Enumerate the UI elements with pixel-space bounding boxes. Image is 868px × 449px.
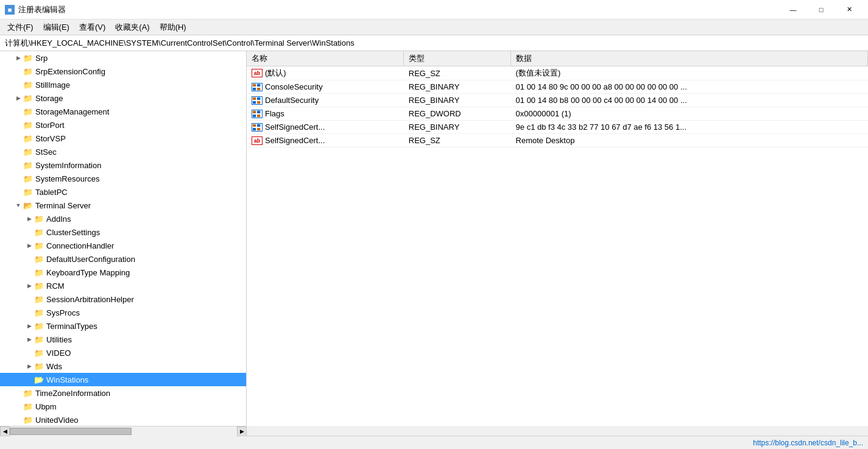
expand-arrow[interactable]: ▶ (24, 321, 34, 331)
tree-item-defuserconfig[interactable]: ▶📁DefaultUserConfiguration (0, 252, 246, 266)
tree-panel[interactable]: ▶📁Srp▶📁SrpExtensionConfig▶📁StillImage▶📁S… (0, 51, 247, 426)
folder-icon: 📁 (23, 121, 33, 130)
statusbar: https://blog.csdn.net/csdn_lile_b... (0, 436, 868, 449)
addressbar: 计算机\HKEY_LOCAL_MACHINE\SYSTEM\CurrentCon… (0, 35, 868, 51)
scroll-track[interactable] (10, 426, 237, 436)
tree-item-srp-ext[interactable]: ▶📁SrpExtensionConfig (0, 65, 246, 78)
tree-item-label: ConnectionHandler (46, 241, 114, 250)
folder-icon: 📁 (23, 188, 33, 197)
tree-item-sysres[interactable]: ▶📁SystemResources (0, 172, 246, 185)
expand-arrow[interactable]: ▶ (24, 361, 34, 371)
menu-view[interactable]: 查看(V) (74, 20, 110, 35)
svg-rect-5 (257, 97, 260, 99)
folder-icon: 📁 (23, 107, 33, 116)
tree-item-timezone[interactable]: ▶📁TimeZoneInformation (0, 386, 246, 400)
folder-icon: 📁 (23, 147, 33, 157)
tree-item-label: StSec (35, 147, 57, 157)
reg-name-text: SelfSignedCert... (265, 136, 325, 145)
reg-name-cell: SelfSignedCert... (247, 121, 404, 134)
svg-rect-1 (257, 83, 260, 86)
tree-item-unitedvideo[interactable]: ▶📁UnitedVideo (0, 413, 246, 426)
scroll-right-btn[interactable]: ▶ (237, 426, 247, 436)
tree-item-label: Storage (35, 94, 63, 103)
menu-file[interactable]: 文件(F) (2, 20, 38, 35)
expand-arrow[interactable]: ▶ (24, 334, 34, 344)
tree-item-label: RCM (46, 281, 65, 291)
tree-item-cluster[interactable]: ▶📁ClusterSettings (0, 225, 246, 239)
tree-item-ubpm[interactable]: ▶📁Ubpm (0, 400, 246, 413)
expand-arrow[interactable]: ▶ (13, 53, 23, 63)
tree-item-addins[interactable]: ▶📁AddIns (0, 212, 246, 225)
right-panel: 名称 类型 数据 ab(默认)REG_SZ(数值未设置)ConsoleSecur… (247, 51, 868, 426)
table-row[interactable]: DefaultSecurityREG_BINARY01 00 14 80 b8 … (247, 94, 868, 107)
reg-data-cell: 0x00000001 (1) (511, 107, 868, 121)
reg-data-cell: (数值未设置) (511, 66, 868, 80)
tree-item-label: SystemResources (35, 174, 99, 183)
tree-item-srp[interactable]: ▶📁Srp (0, 51, 246, 65)
minimize-button[interactable]: — (779, 0, 807, 19)
folder-icon: 📁 (34, 281, 44, 291)
tree-item-terminal-server[interactable]: ▼📂Terminal Server (0, 199, 246, 212)
folder-icon: 📁 (23, 161, 33, 170)
tree-item-storage[interactable]: ▶📁Storage (0, 91, 246, 105)
tree-item-storage-mgmt[interactable]: ▶📁StorageManagement (0, 105, 246, 118)
tree-item-rcm[interactable]: ▶📁RCM (0, 279, 246, 292)
tree-item-keyboardtype[interactable]: ▶📁KeyboardType Mapping (0, 266, 246, 279)
maximize-button[interactable]: □ (807, 0, 835, 19)
expand-arrow[interactable]: ▶ (13, 93, 23, 103)
folder-icon: 📁 (23, 67, 33, 76)
tree-item-wds[interactable]: ▶📁Wds (0, 359, 246, 373)
tree-item-storvsp[interactable]: ▶📁StorVSP (0, 132, 246, 145)
tree-item-sessionarb[interactable]: ▶📁SessionArbitrationHelper (0, 292, 246, 306)
tree-item-label: ClusterSettings (46, 228, 100, 237)
tree-item-label: StorageManagement (35, 107, 109, 116)
scroll-left-btn[interactable]: ◀ (0, 426, 10, 436)
col-type[interactable]: 类型 (404, 51, 511, 66)
expand-arrow[interactable]: ▶ (24, 281, 34, 291)
tree-item-utilities[interactable]: ▶📁Utilities (0, 333, 246, 346)
folder-icon: 📁 (34, 268, 44, 277)
tree-item-terminaltypes[interactable]: ▶📁TerminalTypes (0, 319, 246, 333)
tree-item-stsec[interactable]: ▶📁StSec (0, 145, 246, 158)
tree-item-label: TimeZoneInformation (35, 389, 110, 398)
expand-arrow[interactable]: ▼ (13, 200, 23, 210)
table-row[interactable]: SelfSignedCert...REG_BINARY9e c1 db f3 4… (247, 121, 868, 134)
tree-item-still[interactable]: ▶📁StillImage (0, 78, 246, 91)
menu-help[interactable]: 帮助(H) (155, 20, 191, 35)
expand-arrow[interactable]: ▶ (24, 214, 34, 224)
table-row[interactable]: abSelfSignedCert...REG_SZRemote Desktop (247, 134, 868, 147)
menu-favorites[interactable]: 收藏夹(A) (110, 20, 154, 35)
tree-item-sysinfo[interactable]: ▶📁SystemInformation (0, 158, 246, 172)
close-button[interactable]: ✕ (835, 0, 863, 19)
main-content: ▶📁Srp▶📁SrpExtensionConfig▶📁StillImage▶📁S… (0, 51, 868, 426)
titlebar-title: 注册表编辑器 (18, 4, 66, 15)
table-row[interactable]: ConsoleSecurityREG_BINARY01 00 14 80 9c … (247, 80, 868, 94)
menu-edit[interactable]: 编辑(E) (38, 20, 74, 35)
table-row[interactable]: FlagsREG_DWORD0x00000001 (1) (247, 107, 868, 121)
tree-item-storport[interactable]: ▶📁StorPort (0, 118, 246, 132)
folder-icon: 📁 (34, 241, 44, 250)
tree-item-video[interactable]: ▶📁VIDEO (0, 346, 246, 359)
horizontal-scrollbar[interactable]: ◀ ▶ (0, 426, 247, 436)
folder-icon: 📁 (34, 295, 44, 304)
app-icon: ■ (5, 5, 15, 15)
col-data[interactable]: 数据 (511, 51, 868, 66)
tree-item-tabletpc[interactable]: ▶📁TabletPC (0, 185, 246, 199)
folder-icon: 📁 (23, 134, 33, 143)
tree-item-label: VIDEO (46, 348, 71, 358)
registry-scroll[interactable]: 名称 类型 数据 ab(默认)REG_SZ(数值未设置)ConsoleSecur… (247, 51, 868, 426)
folder-icon: 📁 (34, 228, 44, 237)
tree-item-label: StorPort (35, 121, 65, 130)
table-row[interactable]: ab(默认)REG_SZ(数值未设置) (247, 66, 868, 80)
tree-item-sysprocs[interactable]: ▶📁SysProcs (0, 306, 246, 319)
tree-item-label: UnitedVideo (35, 415, 79, 425)
tree-item-connhandler[interactable]: ▶📁ConnectionHandler (0, 239, 246, 252)
expand-arrow[interactable]: ▶ (24, 241, 34, 250)
col-name[interactable]: 名称 (247, 51, 404, 66)
reg-name-cell: Flags (247, 107, 404, 121)
reg-data-cell: 01 00 14 80 b8 00 00 00 c4 00 00 00 14 0… (511, 94, 868, 107)
folder-icon: 📂 (23, 201, 33, 210)
scroll-thumb[interactable] (10, 428, 132, 435)
reg-data-cell: 01 00 14 80 9c 00 00 00 a8 00 00 00 00 0… (511, 80, 868, 94)
tree-item-winstations[interactable]: ▶📂WinStations (0, 373, 246, 386)
